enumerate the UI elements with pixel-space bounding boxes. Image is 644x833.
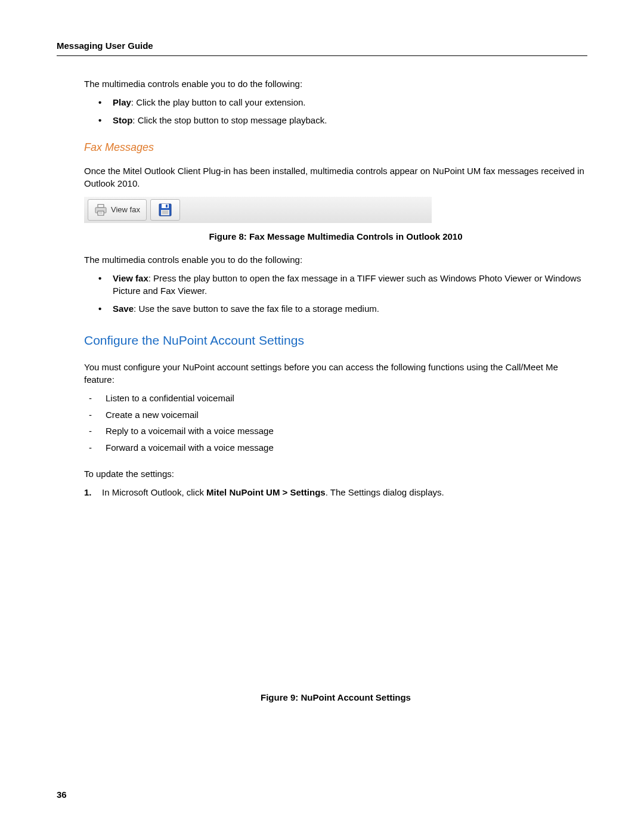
printer-icon [94,204,107,216]
view-fax-label: View fax [111,205,140,214]
fax-bullets: View fax: Press the play button to open … [84,272,587,315]
figure9-placeholder [84,511,587,684]
bullet-viewfax-label: View fax [113,273,148,283]
header-title: Messaging User Guide [57,41,153,51]
configure-para2: To update the settings: [84,467,587,480]
svg-rect-0 [98,205,104,208]
bullet-save: Save: Use the save button to save the fa… [98,302,587,315]
page-number: 36 [57,789,67,800]
step-1-bold: Mitel NuPoint UM > Settings [206,487,326,497]
svg-rect-2 [98,211,104,215]
save-button[interactable] [150,199,180,221]
svg-rect-6 [162,204,169,208]
configure-para1: You must configure your NuPoint account … [84,361,587,386]
figure8-caption: Figure 8: Fax Message Multimedia Control… [84,231,587,241]
configure-dashes: Listen to a confidential voicemail Creat… [84,392,587,454]
fax-intro2: The multimedia controls enable you to do… [84,253,587,266]
dash-item: Listen to a confidential voicemail [89,392,587,405]
bullet-stop-label: Stop [113,115,132,125]
fax-toolbar: View fax [84,197,432,223]
fax-para1: Once the Mitel Outlook Client Plug-in ha… [84,165,587,190]
section1-bullets: Play: Click the play button to call your… [84,96,587,127]
step-1: 1. In Microsoft Outlook, click Mitel NuP… [84,486,587,499]
dash-item: Create a new voicemail [89,408,587,422]
bullet-save-text: : Use the save button to save the fax fi… [134,304,379,314]
view-fax-button[interactable]: View fax [88,199,147,221]
fax-heading: Fax Messages [84,141,587,154]
page-header: Messaging User Guide [57,41,587,56]
step-1-pre: In Microsoft Outlook, click [102,487,206,497]
configure-steps: 1. In Microsoft Outlook, click Mitel NuP… [84,486,587,499]
bullet-stop: Stop: Click the stop button to stop mess… [98,114,587,127]
bullet-play-label: Play [113,97,131,107]
bullet-viewfax-text: : Press the play button to open the fax … [113,273,581,296]
step-1-num: 1. [84,486,92,499]
bullet-play: Play: Click the play button to call your… [98,96,587,109]
step-1-post: . The Settings dialog displays. [326,487,444,497]
page-content: The multimedia controls enable you to do… [57,78,587,702]
section1-intro: The multimedia controls enable you to do… [84,78,587,90]
bullet-play-text: : Click the play button to call your ext… [131,97,306,107]
bullet-viewfax: View fax: Press the play button to open … [98,272,587,298]
bullet-save-label: Save [113,304,134,314]
dash-item: Reply to a voicemail with a voice messag… [89,425,587,438]
floppy-disk-icon [159,203,172,216]
configure-heading: Configure the NuPoint Account Settings [84,333,587,348]
bullet-stop-text: : Click the stop button to stop message … [132,115,327,125]
dash-item: Forward a voicemail with a voice message [89,441,587,454]
svg-rect-7 [166,205,168,208]
figure9-caption: Figure 9: NuPoint Account Settings [84,692,587,702]
